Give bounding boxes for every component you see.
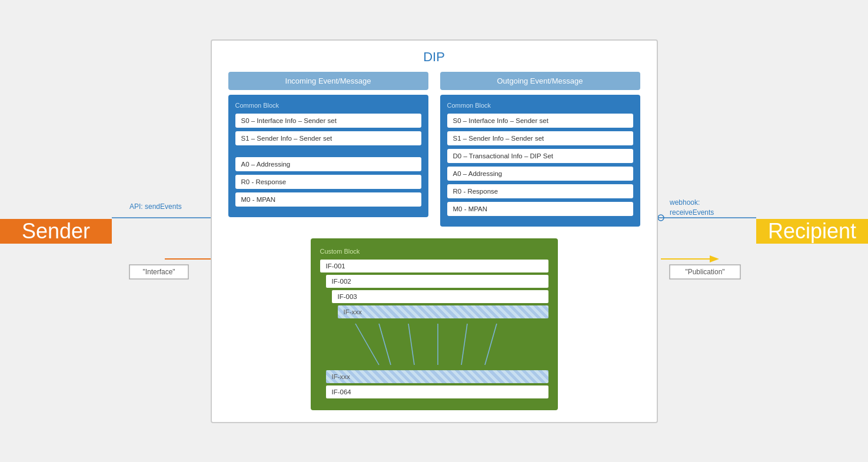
svg-line-9 xyxy=(461,324,467,365)
outgoing-item-s0: S0 – Interface Info – Sender set xyxy=(447,114,633,128)
custom-block-label: Custom Block xyxy=(320,248,548,255)
incoming-column: Incoming Event/Message Common Block S0 –… xyxy=(228,72,428,227)
custom-item-if064: IF-064 xyxy=(326,385,548,398)
incoming-common-block-label: Common Block xyxy=(235,102,421,109)
right-connection-svg: webhook: receiveEvents "Publication" xyxy=(658,0,757,462)
recipient-label: Recipient xyxy=(768,219,856,244)
svg-line-10 xyxy=(485,324,497,365)
dip-title: DIP xyxy=(224,49,645,65)
sender-label: Sender xyxy=(22,219,90,244)
incoming-item-s0: S0 – Interface Info – Sender set xyxy=(235,114,421,128)
webhook-label-line1: webhook: xyxy=(669,198,700,207)
sender-panel: Sender xyxy=(0,219,112,244)
right-connection-area: webhook: receiveEvents "Publication" xyxy=(658,0,757,462)
svg-text:"Interface": "Interface" xyxy=(142,268,175,276)
svg-text:"Publication": "Publication" xyxy=(685,268,724,276)
outgoing-item-d0: D0 – Transactional Info – DIP Set xyxy=(447,149,633,163)
main-layout: Sender API: sendEvents "Interface" DIP xyxy=(0,0,868,462)
incoming-item-s1: S1 – Sender Info – Sender set xyxy=(235,131,421,145)
custom-item-ifxxx-bottom: IF-xxx xyxy=(326,370,548,383)
left-connection-area: API: sendEvents "Interface" xyxy=(112,0,211,462)
outgoing-item-r0: R0 - Response xyxy=(447,184,633,198)
custom-block-wrapper: Custom Block IF-001 IF-002 IF-003 IF-xxx xyxy=(224,238,645,410)
outgoing-item-m0: M0 - MPAN xyxy=(447,202,633,216)
custom-item-if002: IF-002 xyxy=(326,275,548,288)
svg-line-6 xyxy=(379,324,391,365)
outgoing-button[interactable]: Outgoing Event/Message xyxy=(440,72,640,90)
api-send-events-text: API: sendEvents xyxy=(129,202,182,211)
incoming-blue-block: Common Block S0 – Interface Info – Sende… xyxy=(228,95,428,217)
recipient-panel: Recipient xyxy=(756,219,868,244)
outgoing-blue-block: Common Block S0 – Interface Info – Sende… xyxy=(440,95,640,227)
outgoing-item-a0: A0 – Addressing xyxy=(447,167,633,181)
custom-connector-lines-svg xyxy=(320,321,548,368)
svg-line-5 xyxy=(355,324,379,365)
dip-columns: Incoming Event/Message Common Block S0 –… xyxy=(224,72,645,227)
custom-item-ifxxx-top: IF-xxx xyxy=(338,305,548,318)
left-connection-svg: API: sendEvents "Interface" xyxy=(112,0,211,462)
dip-outer-box: DIP Incoming Event/Message Common Block … xyxy=(211,39,658,423)
webhook-label-line2: receiveEvents xyxy=(670,208,714,217)
incoming-item-a0: A0 – Addressing xyxy=(235,157,421,171)
incoming-item-m0: M0 - MPAN xyxy=(235,192,421,207)
incoming-button[interactable]: Incoming Event/Message xyxy=(228,72,428,90)
svg-line-7 xyxy=(408,324,414,365)
outgoing-column: Outgoing Event/Message Common Block S0 –… xyxy=(440,72,640,227)
outgoing-common-block-label: Common Block xyxy=(447,102,633,109)
custom-block: Custom Block IF-001 IF-002 IF-003 IF-xxx xyxy=(311,238,558,410)
dip-center: DIP Incoming Event/Message Common Block … xyxy=(211,39,658,423)
incoming-item-r0: R0 - Response xyxy=(235,175,421,189)
custom-item-if001: IF-001 xyxy=(320,260,548,272)
outgoing-item-s1: S1 – Sender Info – Sender set xyxy=(447,131,633,145)
custom-item-if003: IF-003 xyxy=(332,290,548,303)
